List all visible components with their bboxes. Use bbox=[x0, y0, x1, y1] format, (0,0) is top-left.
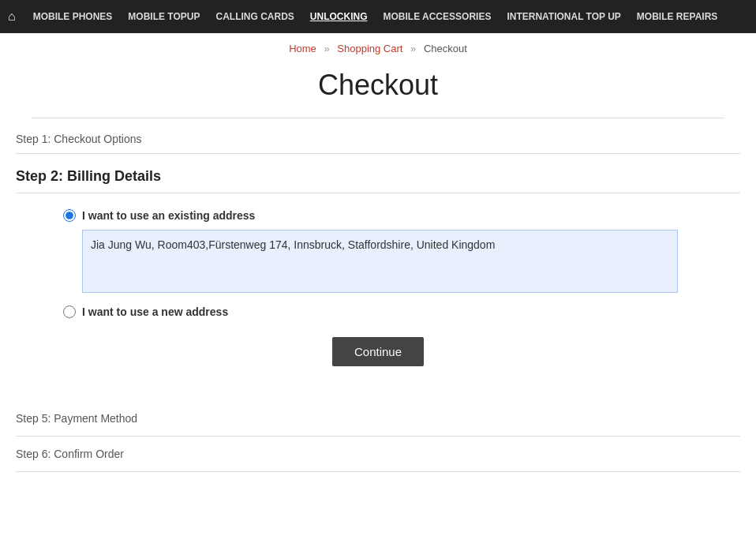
breadcrumb-cart[interactable]: Shopping Cart bbox=[337, 43, 402, 54]
billing-content: I want to use an existing address Jia Ju… bbox=[16, 193, 740, 401]
nav-mobile-accessories[interactable]: MOBILE ACCESSORIES bbox=[375, 0, 499, 33]
new-address-radio[interactable] bbox=[63, 305, 76, 318]
step6-section: Step 6: Confirm Order bbox=[16, 437, 740, 472]
nav-international-topup[interactable]: INTERNATIONAL TOP UP bbox=[499, 0, 628, 33]
main-content: Checkout Step 1: Checkout Options Step 2… bbox=[0, 61, 756, 472]
breadcrumb-current: Checkout bbox=[424, 43, 467, 54]
existing-address-label[interactable]: I want to use an existing address bbox=[82, 209, 255, 222]
nav-mobile-topup[interactable]: MOBILE TOPUP bbox=[120, 0, 208, 33]
breadcrumb-home[interactable]: Home bbox=[289, 43, 316, 54]
step6-label: Step 6: Confirm Order bbox=[16, 448, 124, 460]
continue-button[interactable]: Continue bbox=[332, 337, 424, 366]
new-address-label[interactable]: I want to use a new address bbox=[82, 305, 228, 318]
address-box: Jia Jung Wu, Room403,Fürstenweg 174, Inn… bbox=[82, 230, 678, 293]
new-address-row: I want to use a new address bbox=[63, 305, 693, 318]
step2-label: Step 2: Billing Details bbox=[16, 168, 161, 184]
breadcrumb-sep1: » bbox=[324, 43, 329, 54]
step5-section: Step 5: Payment Method bbox=[16, 401, 740, 437]
step2-section: Step 2: Billing Details bbox=[16, 154, 740, 193]
address-text: Jia Jung Wu, Room403,Fürstenweg 174, Inn… bbox=[91, 237, 669, 253]
breadcrumb-sep2: » bbox=[410, 43, 416, 54]
step5-label: Step 5: Payment Method bbox=[16, 412, 137, 425]
main-nav: ⌂ MOBILE PHONES MOBILE TOPUP CALLING CAR… bbox=[0, 0, 756, 33]
nav-mobile-phones[interactable]: MOBILE PHONES bbox=[25, 0, 121, 33]
nav-mobile-repairs[interactable]: MOBILE REPAIRS bbox=[629, 0, 725, 33]
nav-unlocking[interactable]: UNLOCKING bbox=[302, 0, 376, 33]
step1-label: Step 1: Checkout Options bbox=[16, 133, 142, 145]
step1-section: Step 1: Checkout Options bbox=[16, 118, 740, 154]
existing-address-radio[interactable] bbox=[63, 209, 76, 222]
page-title: Checkout bbox=[16, 61, 740, 118]
existing-address-row: I want to use an existing address bbox=[63, 209, 693, 222]
home-icon[interactable]: ⌂ bbox=[8, 9, 16, 24]
nav-calling-cards[interactable]: CALLING CARDS bbox=[208, 0, 301, 33]
breadcrumb: Home » Shopping Cart » Checkout bbox=[0, 33, 756, 61]
